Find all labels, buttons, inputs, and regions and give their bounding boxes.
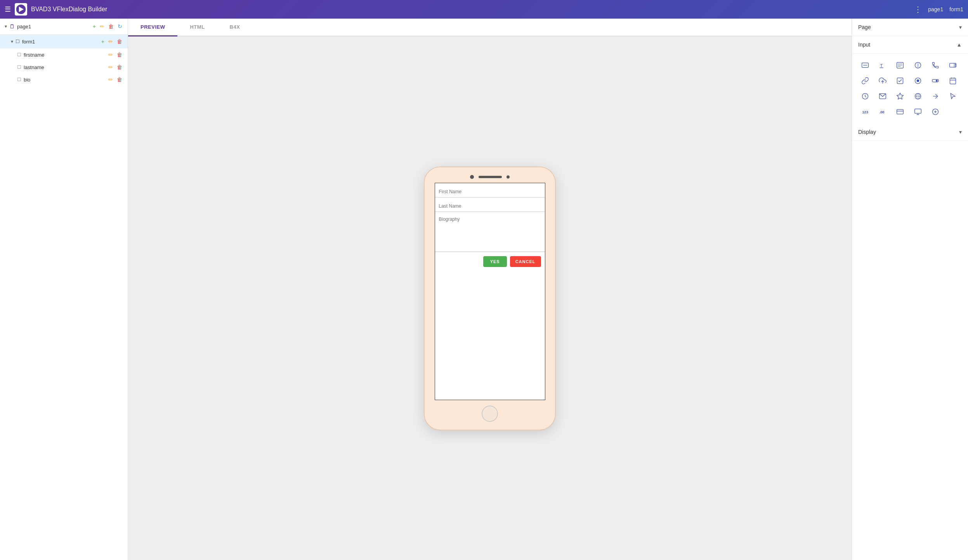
panel-display-chevron-icon: ▾: [959, 129, 962, 135]
panel-page-chevron-icon: ▾: [959, 24, 962, 30]
input-icon-star[interactable]: [893, 89, 907, 103]
input-icon-spinner[interactable]: ▲▼: [946, 58, 960, 72]
input-icon-link[interactable]: [858, 74, 872, 88]
svg-rect-35: [914, 109, 921, 114]
form-content: YES CANCEL: [435, 183, 545, 400]
phone-notch: [507, 175, 510, 179]
panel-display-section-header[interactable]: Display ▾: [852, 123, 968, 141]
input-icon-radio[interactable]: [911, 74, 925, 88]
header-more-menu-icon[interactable]: ⋮: [914, 5, 922, 14]
phone-speaker: [479, 176, 502, 178]
sidebar-lastname-delete-button[interactable]: 🗑: [116, 63, 123, 71]
bio-textarea[interactable]: [439, 217, 541, 248]
svg-rect-21: [950, 78, 956, 84]
tab-html[interactable]: HTML: [177, 19, 217, 36]
sidebar-form-actions: + ✏ 🗑: [101, 38, 123, 45]
breadcrumb-form: form1: [949, 6, 963, 12]
panel-input-title: Input: [858, 42, 870, 48]
sidebar-bio-edit-button[interactable]: ✏: [108, 76, 114, 83]
sidebar-form-item[interactable]: ▾ ☐ form1 + ✏ 🗑: [0, 35, 128, 49]
sidebar: ▾ 🗒 page1 + ✏ 🗑 ↻ ▾ ☐ form1 + ✏ 🗑 ☐ fir: [0, 19, 128, 560]
sidebar-page-actions: + ✏ 🗑 ↻: [92, 23, 123, 30]
header-right: ⋮ page1 form1: [914, 5, 963, 14]
panel-page-section-header[interactable]: Page ▾: [852, 19, 968, 36]
sidebar-page-item[interactable]: ▾ 🗒 page1 + ✏ 🗑 ↻: [0, 19, 128, 35]
input-icon-decimal[interactable]: .00: [876, 105, 890, 119]
app-logo: [15, 3, 27, 16]
input-icon-calendar[interactable]: [946, 74, 960, 88]
sidebar-field-lastname-label: lastname: [24, 64, 105, 70]
sidebar-field-bio-label: bio: [24, 77, 105, 83]
field-icon-firstname: ☐: [17, 52, 21, 57]
svg-text:T: T: [880, 63, 883, 68]
panel-page-title: Page: [858, 24, 871, 30]
sidebar-lastname-edit-button[interactable]: ✏: [108, 63, 114, 71]
phone-mockup: YES CANCEL: [424, 166, 556, 430]
sidebar-page-add-button[interactable]: +: [92, 23, 97, 30]
tab-b4x[interactable]: B4X: [217, 19, 253, 36]
phone-home-button[interactable]: [482, 406, 498, 422]
app-title: BVAD3 VFlexDialog Builder: [31, 6, 910, 13]
sidebar-page-delete-button[interactable]: 🗑: [108, 23, 114, 30]
input-icon-checkbox[interactable]: [893, 74, 907, 88]
sidebar-field-firstname[interactable]: ☐ firstname ✏ 🗑: [0, 49, 128, 61]
sidebar-form-label: form1: [22, 39, 98, 45]
sidebar-field-bio[interactable]: ☐ bio ✏ 🗑: [0, 73, 128, 86]
sidebar-bio-delete-button[interactable]: 🗑: [116, 76, 123, 83]
sidebar-page-refresh-button[interactable]: ↻: [117, 23, 123, 30]
input-icon-cursor[interactable]: [946, 89, 960, 103]
input-icon-number[interactable]: 123: [858, 105, 872, 119]
sidebar-page-label: page1: [17, 24, 90, 29]
form-buttons: YES CANCEL: [435, 252, 545, 271]
sidebar-firstname-actions: ✏ 🗑: [108, 51, 123, 59]
cancel-button[interactable]: CANCEL: [510, 256, 541, 267]
firstname-input[interactable]: [439, 189, 541, 194]
input-icon-arrow[interactable]: [928, 89, 942, 103]
sidebar-form-add-button[interactable]: +: [101, 38, 105, 45]
phone-screen: YES CANCEL: [435, 183, 545, 400]
input-icon-textfield[interactable]: [858, 58, 872, 72]
sidebar-form-edit-button[interactable]: ✏: [108, 38, 114, 45]
form-bio-field[interactable]: [435, 212, 545, 252]
svg-point-20: [935, 80, 937, 82]
input-icon-toggle[interactable]: [928, 74, 942, 88]
sidebar-firstname-edit-button[interactable]: ✏: [108, 51, 114, 59]
page-doc-icon: 🗒: [9, 23, 15, 29]
form-lastname-field[interactable]: [435, 198, 545, 212]
tab-preview[interactable]: PREVIEW: [128, 19, 177, 36]
header-menu-icon[interactable]: ☰: [5, 5, 11, 14]
svg-text:▼: ▼: [954, 65, 957, 67]
input-icon-phone[interactable]: [928, 58, 942, 72]
input-icon-add-circle[interactable]: [928, 105, 942, 119]
input-icon-upload[interactable]: [876, 74, 890, 88]
input-icon-multiline[interactable]: [893, 58, 907, 72]
tabs-bar: PREVIEW HTML B4X: [128, 19, 852, 36]
input-icon-color[interactable]: [911, 58, 925, 72]
input-icon-clock[interactable]: [858, 89, 872, 103]
yes-button[interactable]: YES: [483, 256, 507, 267]
input-icon-globe[interactable]: [911, 89, 925, 103]
svg-point-18: [916, 80, 919, 82]
input-icon-screen[interactable]: [911, 105, 925, 119]
preview-area: YES CANCEL: [128, 36, 852, 560]
sidebar-form-delete-button[interactable]: 🗑: [116, 38, 123, 45]
input-icon-email[interactable]: [876, 89, 890, 103]
center-panel: PREVIEW HTML B4X: [128, 19, 852, 560]
phone-top-bar: [428, 175, 551, 179]
svg-marker-27: [897, 93, 904, 99]
input-icon-text[interactable]: T: [876, 58, 890, 72]
svg-rect-33: [897, 109, 904, 114]
field-icon-lastname: ☐: [17, 64, 21, 70]
phone-camera: [470, 175, 474, 179]
panel-display-title: Display: [858, 129, 876, 135]
svg-text:.00: .00: [880, 110, 885, 114]
sidebar-field-lastname[interactable]: ☐ lastname ✏ 🗑: [0, 61, 128, 73]
sidebar-page-edit-button[interactable]: ✏: [99, 23, 105, 30]
header: ☰ BVAD3 VFlexDialog Builder ⋮ page1 form…: [0, 0, 968, 19]
sidebar-field-firstname-label: firstname: [24, 52, 105, 58]
sidebar-firstname-delete-button[interactable]: 🗑: [116, 51, 123, 59]
panel-input-section-header[interactable]: Input ▲: [852, 36, 968, 54]
input-icon-credit-card[interactable]: [893, 105, 907, 119]
form-firstname-field[interactable]: [435, 183, 545, 198]
lastname-input[interactable]: [439, 203, 541, 209]
